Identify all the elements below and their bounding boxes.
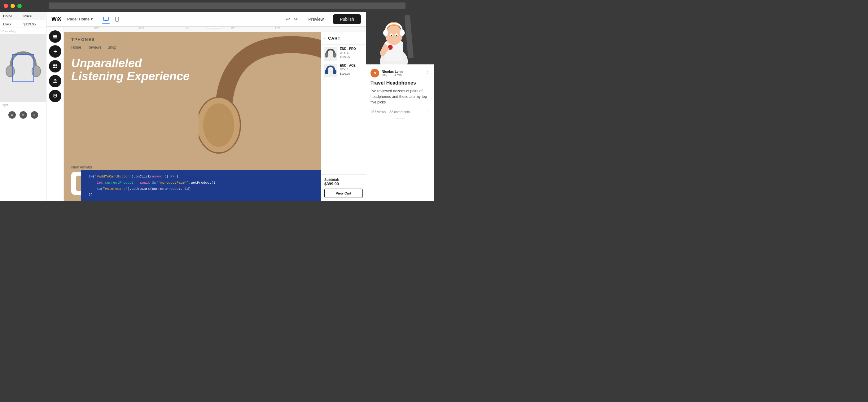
wix-logo: WiX [52, 16, 61, 22]
svg-point-42 [396, 35, 397, 36]
cart-item-qty-1: QTY: 1 [340, 51, 363, 55]
editor-container: Color Price Black $129.95 Cancelling [0, 12, 434, 201]
cart-subtotal-value: $399.90 [324, 182, 363, 186]
database-tool-button[interactable] [49, 90, 61, 102]
page-label: Page: Home [67, 17, 90, 21]
panel-label-right: right [0, 102, 46, 108]
edit-tool-icon[interactable]: ✏ [20, 111, 27, 119]
components-tool-button[interactable] [49, 60, 61, 72]
cart-item: END - ACE QTY: 1 $199.95 [324, 64, 363, 78]
cart-item-name-2: END - ACE [340, 64, 363, 67]
code-line-3: $w("#storeCart").addToCart(currentProduc… [89, 186, 359, 192]
svg-rect-8 [53, 36, 57, 37]
pages-tool-button[interactable] [49, 30, 61, 43]
blog-card: N Nicolas Lynn July 16 · 3 min ⋮ Travel … [366, 64, 434, 201]
settings-tool-icon[interactable]: ⚙ [8, 111, 16, 119]
product-table: Color Price Black $129.95 [0, 12, 46, 29]
cart-item-price-2: $199.95 [340, 71, 363, 76]
svg-point-37 [383, 30, 388, 36]
blog-comments: 32 comments [390, 110, 410, 114]
svg-point-30 [333, 69, 336, 74]
close-button[interactable] [4, 4, 8, 8]
code-line-2: let currentProduct = await $w('#productP… [89, 180, 359, 186]
view-cart-button[interactable]: View Cart [324, 189, 363, 198]
ruler-mark: 400 [185, 27, 189, 29]
url-bar[interactable] [49, 2, 405, 9]
svg-point-19 [203, 103, 234, 147]
svg-rect-14 [53, 67, 55, 68]
chevron-down-icon: ▾ [91, 17, 93, 21]
website-canvas: ▲ 100 250 400 550 700 [64, 27, 366, 201]
minimize-button[interactable] [10, 4, 15, 8]
blog-person-image [366, 12, 434, 64]
cart-item-qty-2: QTY: 1 [340, 67, 363, 71]
image-selection-box [12, 54, 34, 82]
canvas-collapse-button[interactable]: ▲ [207, 27, 223, 29]
maximize-button[interactable] [17, 4, 22, 8]
color-header: Color [1, 12, 21, 20]
image-preview [0, 34, 46, 102]
redo-icon[interactable]: ↪ [292, 15, 299, 23]
nav-link-home[interactable]: Home [71, 45, 81, 50]
svg-point-41 [391, 35, 392, 36]
svg-point-36 [385, 25, 403, 45]
mobile-icon[interactable] [113, 15, 121, 24]
blog-post-title: Travel Headphones [371, 80, 430, 86]
ruler-mark: 550 [230, 27, 235, 29]
more-options-button[interactable]: ⋮ [425, 70, 430, 76]
blog-views: 257 views [371, 110, 386, 114]
code-selector-1: $w [89, 175, 93, 178]
right-panel: N Nicolas Lynn July 16 · 3 min ⋮ Travel … [366, 12, 434, 201]
hero-title-line1: Unparalleled [71, 57, 190, 70]
ruler-mark: 250 [140, 27, 144, 29]
device-icons [102, 15, 121, 24]
hero-title-line2: Listening Experience [71, 70, 190, 83]
svg-point-17 [54, 94, 57, 95]
cart-subtotal-label: Subtotal: [324, 178, 363, 182]
canvas-area: ▲ 100 250 400 550 700 [46, 27, 366, 201]
site-brand: TPHONES [71, 37, 359, 42]
new-arrivals-label: New Arrivals [71, 165, 146, 169]
like-button[interactable]: ♡ [425, 109, 430, 115]
cart-header: ‹ CART [321, 32, 366, 44]
page-selector[interactable]: Page: Home ▾ [65, 16, 95, 23]
cart-item-price-1: $199.95 [340, 55, 363, 59]
nav-link-shop[interactable]: Shop [107, 45, 116, 50]
wix-editor: WiX Page: Home ▾ ↩ ↪ Preview Publish [46, 12, 366, 201]
blog-divider [396, 118, 405, 119]
upload-tool-button[interactable] [49, 75, 61, 87]
add-tool-button[interactable] [49, 45, 61, 58]
svg-rect-15 [56, 67, 57, 68]
crop-tool-icon[interactable]: ⌗ [31, 111, 38, 119]
table-row: Black $129.95 [1, 21, 45, 28]
site-nav: TPHONES Home Reviews Shop [64, 32, 366, 55]
website-content: TPHONES Home Reviews Shop Unparalleled L… [64, 32, 366, 201]
svg-rect-2 [103, 17, 108, 21]
svg-point-29 [324, 69, 329, 74]
cart-title: CART [328, 36, 340, 40]
svg-point-38 [400, 30, 405, 36]
cart-item: END - PRO QTY: 1 $199.95 [324, 47, 363, 61]
nav-link-reviews[interactable]: Reviews [87, 45, 101, 50]
blog-hero-image [366, 12, 434, 64]
preview-button[interactable]: Preview [303, 14, 329, 24]
cart-item-name-1: END - PRO [340, 47, 363, 51]
cart-toggle-button[interactable]: ‹ [324, 36, 326, 40]
svg-rect-13 [56, 64, 57, 66]
desktop-icon[interactable] [102, 15, 110, 24]
cart-footer: Subtotal: $399.90 View Cart [321, 174, 366, 201]
ruler-mark: 700 [275, 27, 280, 29]
blog-post-excerpt: I've reviewed dozens of pairs of headpho… [371, 88, 430, 105]
publish-button[interactable]: Publish [333, 14, 361, 24]
svg-rect-12 [53, 64, 55, 66]
hero-title: Unparalleled Listening Experience [71, 57, 190, 83]
svg-point-27 [333, 53, 336, 58]
mac-titlebar [0, 0, 434, 12]
ruler-mark: 100 [94, 27, 99, 29]
cart-item-info-1: END - PRO QTY: 1 $199.95 [340, 47, 363, 59]
undo-icon[interactable]: ↩ [285, 15, 291, 23]
undo-redo-group: ↩ ↪ [285, 15, 299, 23]
price-cell: $129.95 [21, 21, 45, 28]
svg-rect-7 [53, 35, 57, 36]
svg-point-26 [324, 53, 329, 58]
